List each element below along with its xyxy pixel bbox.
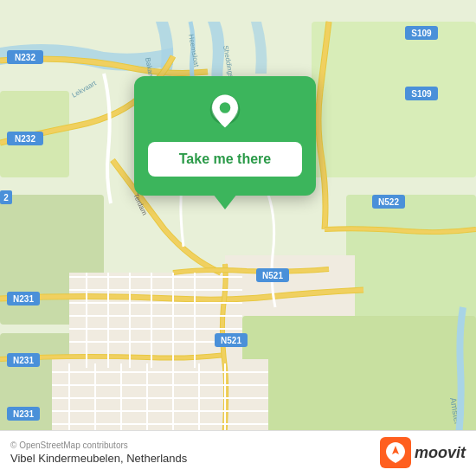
location-name: Vibel Kindermeubelen, Netherlands <box>10 452 187 465</box>
svg-text:N232: N232 <box>15 53 35 62</box>
popup-tail <box>213 194 237 209</box>
svg-text:N231: N231 <box>13 409 34 419</box>
map-container: N232 N232 2 S109 S109 N522 N231 N231 N23… <box>0 0 476 476</box>
location-pin-icon <box>206 93 244 132</box>
svg-text:N232: N232 <box>15 134 35 144</box>
svg-rect-10 <box>225 255 355 316</box>
svg-text:N521: N521 <box>262 271 283 280</box>
svg-text:N521: N521 <box>221 336 241 345</box>
popup-card: Take me there <box>134 76 316 196</box>
take-me-there-button[interactable]: Take me there <box>148 142 302 177</box>
copyright-text: © OpenStreetMap contributors <box>10 441 187 450</box>
svg-text:N522: N522 <box>378 197 399 207</box>
svg-rect-3 <box>312 22 476 177</box>
bottom-bar: © OpenStreetMap contributors Vibel Kinde… <box>0 430 476 476</box>
moovit-icon <box>380 437 411 468</box>
moovit-logo: moovit <box>380 437 466 468</box>
svg-text:2: 2 <box>3 193 9 203</box>
bottom-left-info: © OpenStreetMap contributors Vibel Kinde… <box>10 441 187 465</box>
svg-text:S109: S109 <box>411 89 432 99</box>
moovit-wordmark: moovit <box>415 444 466 462</box>
svg-text:S109: S109 <box>411 29 432 38</box>
svg-text:N231: N231 <box>13 294 34 304</box>
svg-text:N231: N231 <box>13 356 34 365</box>
map-background: N232 N232 2 S109 S109 N522 N231 N231 N23… <box>0 0 476 476</box>
svg-point-66 <box>220 102 231 113</box>
